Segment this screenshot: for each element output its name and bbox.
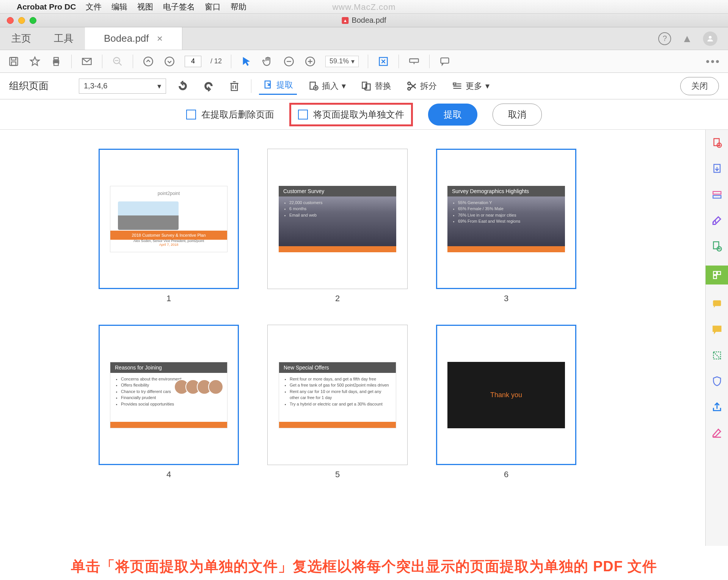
export-pdf-icon[interactable]: [711, 162, 723, 175]
page-thumbnail-6[interactable]: Thank you: [436, 325, 576, 465]
cancel-button[interactable]: 取消: [493, 104, 542, 126]
redact-icon[interactable]: [711, 426, 723, 439]
separator: [399, 55, 399, 68]
checkbox-icon[interactable]: [298, 110, 308, 119]
menu-edit[interactable]: 编辑: [111, 2, 127, 12]
svg-rect-35: [713, 300, 721, 306]
split-button[interactable]: 拆分: [403, 78, 441, 94]
extract-button[interactable]: 提取: [259, 77, 297, 95]
page-up-icon[interactable]: [142, 55, 154, 68]
close-panel-button[interactable]: 关闭: [680, 77, 719, 95]
keyboard-icon[interactable]: [408, 55, 420, 68]
organize-title: 组织页面: [9, 79, 49, 93]
help-icon[interactable]: ?: [658, 32, 671, 45]
slide-bullets: Rent four or more days, and get a fifth …: [279, 373, 396, 410]
slide-title: New Special Offers: [279, 362, 396, 373]
star-icon[interactable]: [29, 55, 41, 68]
tab-tools[interactable]: 工具: [42, 27, 85, 50]
menubar-appname[interactable]: Acrobat Pro DC: [17, 2, 76, 11]
page-thumbnails-area[interactable]: point2point 2018 Customer Survey & Incen…: [0, 130, 705, 546]
slide-thankyou: Thank you: [447, 362, 565, 428]
tab-close-icon[interactable]: ✕: [157, 34, 163, 43]
menu-view[interactable]: 视图: [137, 2, 153, 12]
window-minimize-button[interactable]: [18, 17, 25, 24]
menu-esign[interactable]: 电子签名: [163, 2, 195, 12]
tab-document[interactable]: Bodea.pdf ✕: [85, 27, 182, 50]
print-production-icon[interactable]: [711, 349, 723, 362]
more-button[interactable]: 更多▾: [448, 78, 493, 94]
menu-help[interactable]: 帮助: [231, 2, 246, 12]
window-close-button[interactable]: [7, 17, 14, 24]
extract-separate-files-option[interactable]: 将页面提取为单独文件: [298, 108, 404, 121]
extract-confirm-button[interactable]: 提取: [428, 104, 477, 126]
print-icon[interactable]: [50, 55, 62, 68]
page-thumbnail-4[interactable]: Reasons for Joining Concerns about the e…: [99, 325, 239, 465]
create-pdf-icon[interactable]: [711, 137, 723, 149]
zoom-in-icon[interactable]: [304, 55, 316, 68]
more-tools-icon[interactable]: •••: [706, 55, 720, 68]
rotate-cw-button[interactable]: [199, 79, 218, 94]
slide-subtitle: Alex Soden, Senior Vice President, point…: [110, 239, 227, 247]
svg-point-22: [408, 82, 411, 85]
save-icon[interactable]: [8, 55, 20, 68]
page-thumbnail-2[interactable]: Customer Survey 22,000 customers6 months…: [267, 149, 408, 289]
fill-sign-icon[interactable]: [711, 323, 723, 336]
separator: [71, 55, 72, 68]
delete-after-extract-option[interactable]: 在提取后删除页面: [186, 108, 274, 121]
menu-file[interactable]: 文件: [86, 2, 102, 12]
page-range-select[interactable]: 1,3-4,6 ▾: [79, 79, 166, 94]
slide-title: 2018 Customer Survey & Incentive Plan: [110, 231, 227, 240]
svg-rect-34: [713, 275, 716, 278]
instruction-overlay: 单击「将页面提取为单独的文件」复选框以将每个突出显示的页面提取为单独的 PDF …: [0, 557, 728, 576]
comment-tool-icon[interactable]: [711, 297, 723, 310]
page-thumbnail-3[interactable]: Survey Demographics Highlights 55% Gener…: [436, 149, 576, 289]
separator: [231, 55, 231, 68]
zoom-out-search-icon[interactable]: [111, 55, 124, 68]
tab-home[interactable]: 主页: [0, 27, 42, 50]
svg-point-9: [144, 57, 152, 66]
window-zoom-button[interactable]: [30, 17, 36, 24]
protect-icon[interactable]: [711, 375, 723, 388]
menu-window[interactable]: 窗口: [205, 2, 221, 12]
page-down-icon[interactable]: [163, 55, 176, 68]
window-title-text: ▲ Bodea.pdf: [342, 16, 386, 25]
separator: [133, 55, 133, 68]
svg-point-10: [165, 57, 174, 66]
replace-button[interactable]: 替换: [357, 78, 395, 94]
chevron-down-icon: ▾: [485, 81, 490, 91]
notifications-icon[interactable]: ▲: [682, 33, 692, 45]
page-number: 6: [504, 470, 508, 479]
svg-rect-28: [713, 192, 721, 194]
fit-width-icon[interactable]: [377, 55, 389, 68]
mac-menubar: Acrobat Pro DC 文件 编辑 视图 电子签名 窗口 帮助 www.M…: [0, 0, 728, 14]
account-avatar-icon[interactable]: [703, 31, 717, 46]
page-number-input[interactable]: [185, 56, 201, 67]
page-total-label: / 12: [210, 57, 222, 65]
organize-pages-icon[interactable]: [706, 266, 728, 284]
zoom-out-icon[interactable]: [283, 55, 295, 68]
email-icon[interactable]: [81, 55, 93, 68]
page-number: 4: [166, 470, 171, 479]
delete-after-label: 在提取后删除页面: [201, 108, 274, 121]
share-icon[interactable]: [711, 401, 723, 413]
combine-icon[interactable]: [711, 240, 723, 253]
sign-icon[interactable]: [711, 214, 723, 227]
rotate-ccw-button[interactable]: [174, 79, 192, 94]
comment-icon[interactable]: [439, 55, 451, 68]
hand-tool-icon[interactable]: [262, 55, 274, 68]
edit-pdf-icon[interactable]: [711, 188, 723, 201]
insert-button[interactable]: 插入▾: [304, 78, 350, 94]
page-thumbnail-5[interactable]: New Special Offers Rent four or more day…: [267, 325, 408, 465]
delete-button[interactable]: [225, 79, 243, 94]
tab-bar: 主页 工具 Bodea.pdf ✕ ? ▲: [0, 27, 728, 50]
page-thumbnail-1[interactable]: point2point 2018 Customer Survey & Incen…: [99, 149, 239, 289]
svg-point-0: [709, 36, 711, 38]
checkbox-icon[interactable]: [186, 110, 196, 119]
slide-bullets: 55% Generation Y65% Female / 35% Male76%…: [447, 196, 565, 228]
right-tools-sidebar: [705, 130, 728, 546]
select-tool-icon[interactable]: [240, 55, 253, 68]
window-titlebar: ▲ Bodea.pdf: [0, 14, 728, 27]
zoom-level-dropdown[interactable]: 59.1% ▾: [325, 56, 359, 67]
svg-rect-24: [453, 83, 456, 85]
page-number: 5: [335, 470, 340, 479]
